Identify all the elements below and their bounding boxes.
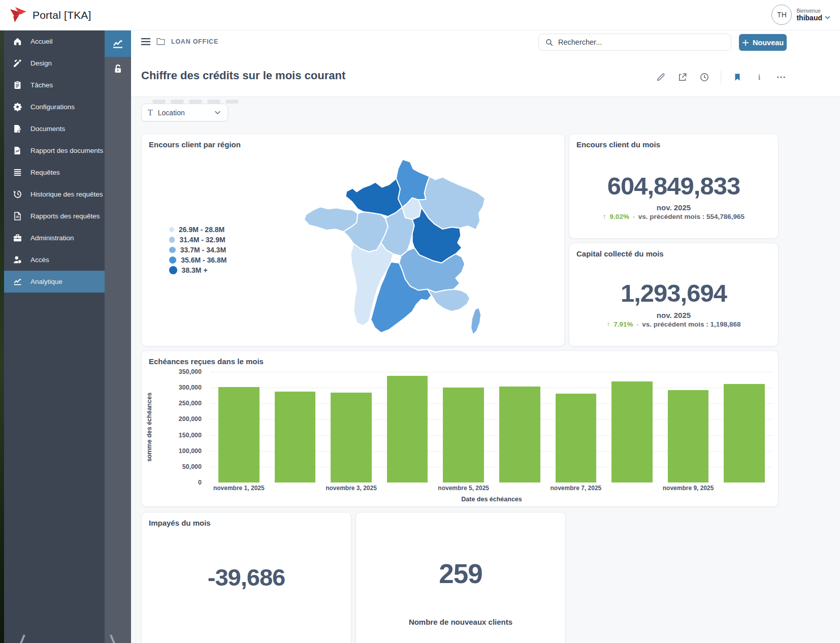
info-icon[interactable]: i — [754, 72, 765, 83]
bar-novembre-7-2025[interactable] — [556, 394, 597, 483]
app-logo-icon[interactable] — [8, 5, 28, 25]
x-tick-label: novembre 1, 2025 — [213, 485, 265, 492]
top-header: Portal [TKA] TH Bienvenue thibaud — [0, 0, 840, 30]
legend-dot — [169, 227, 174, 232]
x-tick-label: novembre 3, 2025 — [326, 485, 377, 492]
bar-novembre-8-2025[interactable] — [611, 381, 653, 483]
sidebar-item-administration[interactable]: Administration — [4, 227, 105, 249]
card-title: Impayés du mois — [149, 519, 211, 527]
x-tick-label: novembre 9, 2025 — [663, 485, 714, 492]
legend-item: 38.3M + — [169, 266, 227, 274]
legend-dot — [169, 247, 176, 253]
doc-report-icon — [12, 146, 22, 156]
bar-novembre-1-2025[interactable] — [218, 387, 260, 483]
sidebar-item-rapport-des-documents[interactable]: Rapport des documents — [4, 140, 105, 162]
new-button[interactable]: Nouveau — [739, 34, 787, 51]
bar-novembre-3-2025[interactable] — [331, 393, 372, 483]
bookmark-icon[interactable] — [732, 72, 743, 83]
card-capital-collecte: Capital collecté du mois 1,293,694 nov. … — [569, 243, 779, 346]
user-shield-icon — [12, 255, 22, 265]
bar-novembre-6-2025[interactable] — [499, 387, 540, 483]
card-encours-du-mois: Encours client du mois 604,849,833 nov. … — [569, 134, 779, 239]
bar-novembre-9-2025[interactable] — [668, 390, 709, 483]
kpi-value: 259 — [356, 558, 565, 589]
search-icon — [545, 38, 554, 47]
user-menu[interactable]: TH Bienvenue thibaud — [771, 5, 831, 25]
sidebar-item-label: Rapports des requêtes — [30, 212, 100, 220]
briefcase-icon — [12, 233, 22, 243]
legend-dot — [169, 237, 175, 242]
sidebar-item-configurations[interactable]: Configurations — [4, 96, 105, 118]
card-title: Capital collecté du mois — [576, 249, 664, 258]
list-icon — [12, 168, 22, 178]
sidebar-item-requetes[interactable]: Requêtes — [4, 162, 105, 183]
map-region-provence-alpes-cote-d-azur[interactable] — [428, 290, 470, 312]
search-input[interactable] — [558, 38, 725, 46]
bar-novembre-4-2025[interactable] — [387, 376, 428, 483]
legend-item: 31.4M - 32.9M — [169, 236, 227, 244]
x-tick-label: novembre 7, 2025 — [551, 485, 602, 492]
sidebar-item-label: Accueil — [30, 38, 53, 45]
y-tick-label: 300,000 — [179, 384, 202, 391]
map-region-corse[interactable] — [471, 307, 481, 335]
delta-comparison: vs. précédent mois : 1,198,868 — [642, 320, 740, 328]
avatar[interactable]: TH — [771, 5, 792, 25]
sidebar-item-acces[interactable]: Accès — [4, 249, 105, 271]
y-tick-label: 200,000 — [179, 415, 202, 423]
sidebar-mini-strip — [105, 30, 131, 643]
sidebar-item-documents[interactable]: Documents — [4, 118, 105, 140]
search-box — [538, 34, 731, 51]
skeleton-dashes — [152, 100, 239, 104]
carousel-prev-icon[interactable] — [13, 633, 26, 643]
kpi-period: nov. 2025 — [569, 311, 778, 319]
breadcrumb-label[interactable]: LOAN OFFICE — [171, 38, 218, 45]
sidebar-item-accueil[interactable]: Accueil — [4, 30, 105, 52]
home-icon — [12, 37, 22, 47]
y-axis-tick-labels: 350,000300,000250,000200,000150,000100,0… — [152, 372, 202, 483]
clock-icon[interactable] — [699, 72, 710, 83]
card-title: Encours client par région — [149, 140, 241, 149]
delta-percent: 7.91% — [613, 320, 633, 328]
dot-separator: • — [636, 322, 638, 328]
legend-label: 33.7M - 34.3M — [180, 246, 226, 254]
sidebar-item-label: Design — [30, 59, 52, 67]
welcome-label: Bienvenue — [796, 8, 831, 14]
mini-analytics-tab[interactable] — [105, 30, 131, 57]
unlock-icon[interactable] — [105, 57, 131, 81]
bar-novembre-10-2025[interactable] — [724, 384, 765, 483]
legend-item: 26.9M - 28.8M — [169, 226, 227, 234]
kpi-period: nov. 2025 — [569, 203, 778, 212]
sidebar-item-label: Accès — [30, 256, 49, 264]
card-echeances-chart: Echéances reçues dans le mois somme des … — [141, 350, 779, 507]
menu-toggle-icon[interactable] — [141, 38, 150, 45]
y-tick-label: 150,000 — [179, 432, 202, 439]
bar-novembre-5-2025[interactable] — [443, 388, 484, 483]
delta-comparison: vs. précédent mois : 554,786,965 — [638, 213, 745, 220]
sidebar-item-rapports-des-requetes[interactable]: Rapports des requêtes — [4, 205, 105, 227]
page-title: Chiffre des crédits sur le mois courant — [141, 69, 345, 82]
y-tick-label: 0 — [198, 479, 202, 486]
filter-location[interactable]: T Location — [141, 104, 228, 121]
bar-novembre-2-2025[interactable] — [275, 392, 316, 483]
card-title: Encours client du mois — [576, 140, 660, 149]
legend-dot — [169, 266, 177, 274]
sidebar-item-label: Historique des requêtes — [30, 190, 103, 198]
kpi-delta-row: ↑ 9.02% • vs. précédent mois : 554,786,9… — [569, 213, 778, 220]
edit-icon[interactable] — [655, 72, 666, 83]
share-icon[interactable] — [677, 72, 688, 83]
app-title: Portal [TKA] — [33, 0, 91, 30]
sidebar-item-historique-des-requetes[interactable]: Historique des requêtes — [4, 183, 105, 205]
y-tick-label: 100,000 — [179, 447, 202, 455]
map-legend: 26.9M - 28.8M31.4M - 32.9M33.7M - 34.3M3… — [169, 226, 227, 274]
sidebar-item-analytique[interactable]: Analytique — [4, 271, 105, 293]
x-tick-label: novembre 5, 2025 — [438, 485, 489, 492]
carousel-next-icon[interactable] — [109, 633, 122, 643]
sidebar-item-design[interactable]: Design — [4, 52, 105, 74]
username: thibaud — [796, 14, 822, 22]
more-options-icon[interactable] — [776, 72, 787, 83]
app-window: Portal [TKA] TH Bienvenue thibaud Accuei… — [0, 0, 840, 643]
doc-icon — [12, 211, 22, 221]
sidebar-item-taches[interactable]: Tâches — [4, 74, 105, 96]
card-encours-par-region: Encours client par région 26.9M - 28.8M3… — [141, 134, 565, 346]
x-axis-tick-labels: novembre 1, 2025novembre 3, 2025novembre… — [211, 485, 772, 493]
